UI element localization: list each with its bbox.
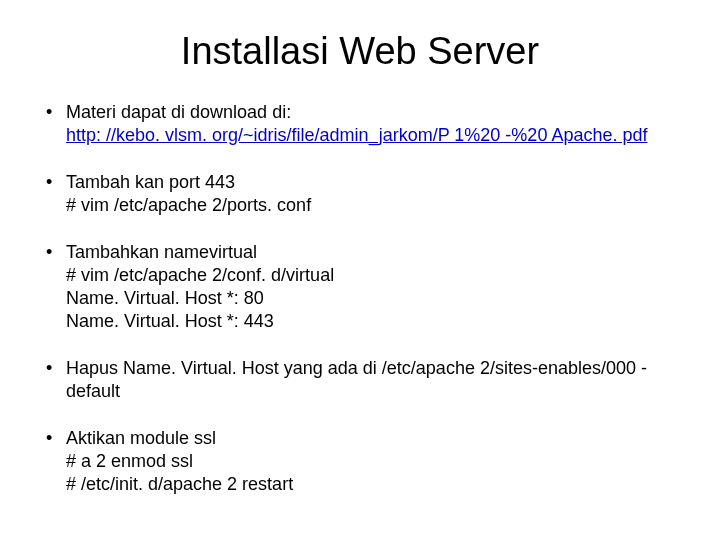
- bullet-text: Aktikan module ssl: [66, 427, 680, 450]
- list-item: Aktikan module ssl # a 2 enmod ssl # /et…: [66, 427, 680, 496]
- slide: Installasi Web Server Materi dapat di do…: [0, 0, 720, 540]
- bullet-list: Materi dapat di download di: http: //keb…: [40, 101, 680, 496]
- bullet-text: # vim /etc/apache 2/conf. d/virtual: [66, 264, 680, 287]
- bullet-text: Tambah kan port 443: [66, 171, 680, 194]
- download-link[interactable]: http: //kebo. vlsm. org/~idris/file/admi…: [66, 125, 647, 145]
- list-item: Materi dapat di download di: http: //keb…: [66, 101, 680, 147]
- bullet-text: # vim /etc/apache 2/ports. conf: [66, 194, 680, 217]
- bullet-text: Materi dapat di download di:: [66, 101, 680, 124]
- bullet-text: # a 2 enmod ssl: [66, 450, 680, 473]
- bullet-text: Name. Virtual. Host *: 443: [66, 310, 680, 333]
- bullet-text: Tambahkan namevirtual: [66, 241, 680, 264]
- bullet-text: # /etc/init. d/apache 2 restart: [66, 473, 680, 496]
- list-item: Hapus Name. Virtual. Host yang ada di /e…: [66, 357, 680, 403]
- bullet-text: Hapus Name. Virtual. Host yang ada di /e…: [66, 357, 680, 403]
- list-item: Tambah kan port 443 # vim /etc/apache 2/…: [66, 171, 680, 217]
- bullet-text: Name. Virtual. Host *: 80: [66, 287, 680, 310]
- slide-title: Installasi Web Server: [40, 30, 680, 73]
- list-item: Tambahkan namevirtual # vim /etc/apache …: [66, 241, 680, 333]
